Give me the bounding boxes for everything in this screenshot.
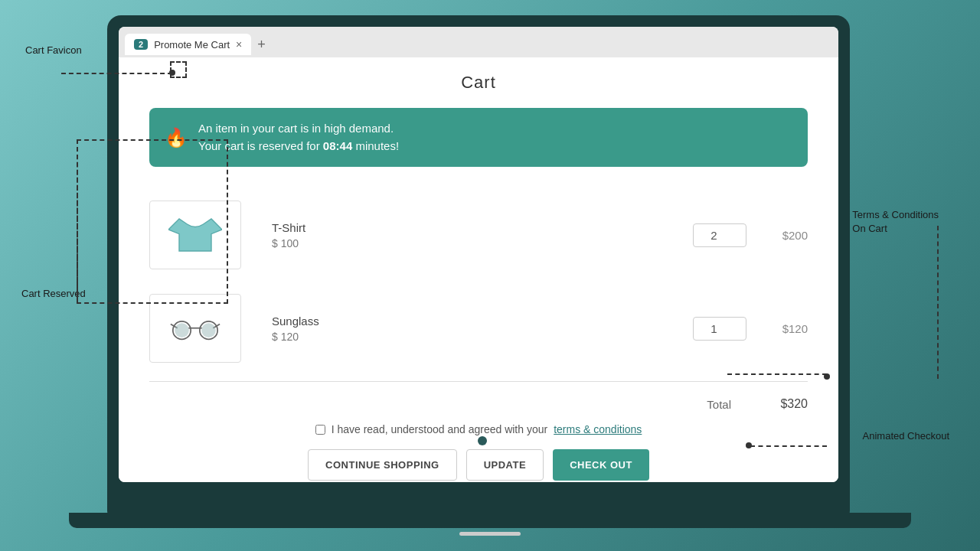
cart-item-tshirt: T-Shirt $ 100 $200 <box>149 188 808 282</box>
item-name-sunglasses: Sunglass <box>272 315 678 328</box>
item-details-sunglasses: Sunglass $ 120 <box>256 315 678 343</box>
sunglasses-icon <box>168 313 222 344</box>
alert-line1: An item in your cart is in high demand. <box>198 120 399 138</box>
laptop-home-bar <box>459 532 521 536</box>
alert-line2: Your cart is reserved for 08:44 minutes! <box>198 138 399 155</box>
reserved-arrow-v <box>77 147 78 300</box>
alert-suffix: minutes! <box>352 139 399 152</box>
cart-divider <box>149 381 808 382</box>
alert-banner: 🔥 An item in your cart is in high demand… <box>149 108 808 167</box>
annotation-terms: Terms & ConditionsOn Cart <box>852 208 939 236</box>
update-button[interactable]: UPDATE <box>466 449 544 481</box>
item-quantity-sunglasses[interactable] <box>693 317 746 341</box>
laptop-base <box>69 513 911 528</box>
tab-bar: 2 Promote Me Cart × + <box>119 27 838 57</box>
item-quantity-tshirt[interactable] <box>693 223 746 247</box>
terms-dot <box>824 373 830 380</box>
total-row: Total $320 <box>149 388 808 423</box>
checkout-button[interactable]: CHECK OUT <box>553 449 649 481</box>
tab-badge: 2 <box>134 39 148 50</box>
tab-close-button[interactable]: × <box>236 38 242 51</box>
alert-text: An item in your cart is in high demand. … <box>198 120 399 155</box>
new-tab-button[interactable]: + <box>251 37 272 53</box>
continue-shopping-button[interactable]: CONTINUE SHOPPING <box>308 449 457 481</box>
favicon-arrow-line <box>61 73 172 74</box>
tab-title: Promote Me Cart <box>154 39 230 51</box>
item-price-sunglasses: $ 120 <box>272 331 678 343</box>
browser-tab[interactable]: 2 Promote Me Cart × <box>125 34 251 55</box>
annotation-animated-checkout: Animated Checkout <box>863 430 949 442</box>
cart-item-sunglasses: Sunglass $ 120 $120 <box>149 282 808 375</box>
favicon-arrow-dot <box>169 70 175 76</box>
buttons-row: CONTINUE SHOPPING UPDATE CHECK OUT <box>149 449 808 481</box>
page-title: Cart <box>149 73 808 93</box>
item-details-tshirt: T-Shirt $ 100 <box>256 221 678 249</box>
terms-arrow-v <box>937 226 939 379</box>
laptop-camera <box>478 436 487 445</box>
total-label: Total <box>707 398 731 411</box>
terms-checkbox[interactable] <box>315 425 325 435</box>
item-total-tshirt: $200 <box>762 229 808 242</box>
terms-link[interactable]: terms & conditions <box>554 423 642 435</box>
checkout-dot <box>746 442 752 448</box>
terms-text: I have read, understood and agreed with … <box>332 423 548 435</box>
total-amount: $320 <box>762 397 808 411</box>
terms-arrow-line <box>727 373 827 375</box>
annotation-cart-favicon: Cart Favicon <box>25 44 82 56</box>
svg-point-6 <box>201 323 216 337</box>
svg-point-4 <box>175 323 189 337</box>
terms-row: I have read, understood and agreed with … <box>149 423 808 435</box>
checkout-arrow-line <box>750 445 827 447</box>
item-price-tshirt: $ 100 <box>272 237 678 249</box>
cart-timer: 08:44 <box>323 139 352 152</box>
item-name-tshirt: T-Shirt <box>272 221 678 234</box>
reserved-dashed-box <box>77 139 228 304</box>
item-total-sunglasses: $120 <box>762 322 808 335</box>
item-image-sunglasses <box>149 294 241 363</box>
